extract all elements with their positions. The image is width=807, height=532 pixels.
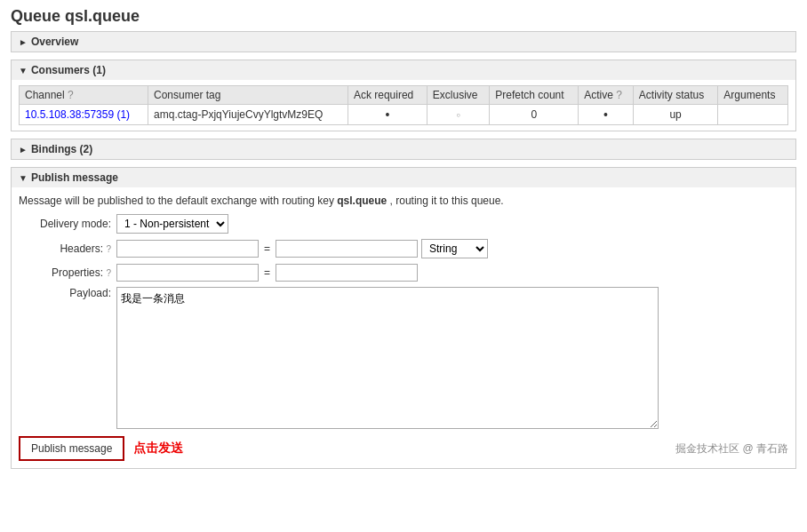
- headers-inputs: = String Number Boolean: [116, 239, 488, 258]
- bindings-header[interactable]: ► Bindings (2): [12, 139, 795, 159]
- headers-label-text: Headers:: [60, 242, 103, 255]
- col-arguments: Arguments: [718, 86, 788, 105]
- properties-label-text: Properties:: [52, 266, 103, 279]
- cell-channel: 10.5.108.38:57359 (1): [20, 105, 148, 125]
- active-dot: •: [603, 107, 608, 122]
- publish-body: Message will be published to the default…: [12, 187, 795, 468]
- publish-info: Message will be published to the default…: [19, 195, 788, 207]
- delivery-mode-label: Delivery mode:: [19, 218, 116, 230]
- channel-link[interactable]: 10.5.108.38:57359 (1): [25, 108, 130, 121]
- cell-activity-status: up: [633, 105, 718, 125]
- col-consumer-tag: Consumer tag: [148, 86, 348, 105]
- properties-help-icon[interactable]: ?: [106, 268, 111, 278]
- ack-required-dot: •: [385, 107, 389, 122]
- title-prefix: Queue: [11, 7, 60, 25]
- page-container: Queue qsl.queue ► Overview ▼ Consumers (…: [0, 0, 807, 483]
- headers-help-icon[interactable]: ?: [106, 244, 111, 254]
- payload-row: Payload: 我是一条消息: [19, 287, 788, 429]
- properties-inputs: =: [116, 264, 418, 282]
- bindings-label: Bindings (2): [31, 143, 92, 155]
- col-activity-status: Activity status: [633, 86, 718, 105]
- headers-label: Headers: ?: [19, 242, 116, 255]
- headers-type-select[interactable]: String Number Boolean: [421, 239, 488, 258]
- headers-row: Headers: ? = String Number Boolean: [19, 239, 788, 258]
- cell-active: •: [579, 105, 634, 125]
- publish-info-suffix: , routing it to this queue.: [390, 195, 504, 207]
- properties-key-input[interactable]: [116, 264, 259, 282]
- bindings-section: ► Bindings (2): [11, 139, 796, 160]
- cell-arguments: [718, 105, 788, 125]
- publish-header[interactable]: ▼ Publish message: [12, 168, 795, 187]
- properties-label: Properties: ?: [19, 266, 116, 279]
- overview-label: Overview: [31, 36, 78, 48]
- publish-arrow-icon: ▼: [19, 173, 28, 183]
- col-ack-required: Ack required: [348, 86, 427, 105]
- overview-header[interactable]: ► Overview: [12, 32, 795, 52]
- bindings-arrow-icon: ►: [19, 145, 28, 155]
- cell-prefetch-count: 0: [490, 105, 579, 125]
- consumers-section: ▼ Consumers (1) Channel ? Consumer tag A…: [11, 60, 796, 131]
- delivery-mode-select[interactable]: 1 - Non-persistent 2 - Persistent: [116, 214, 228, 234]
- cell-exclusive: ◦: [427, 105, 489, 125]
- page-title: Queue qsl.queue: [11, 7, 796, 26]
- payload-textarea[interactable]: 我是一条消息: [116, 287, 659, 429]
- properties-row: Properties: ? =: [19, 264, 788, 282]
- overview-section: ► Overview: [11, 31, 796, 52]
- headers-equals: =: [262, 242, 272, 255]
- properties-value-input[interactable]: [276, 264, 418, 282]
- watermark: 掘金技术社区 @ 青石路: [675, 441, 788, 457]
- consumers-label: Consumers (1): [31, 64, 106, 76]
- headers-value-input[interactable]: [276, 240, 418, 258]
- title-name: qsl.queue: [65, 7, 140, 25]
- col-channel: Channel ?: [20, 86, 148, 105]
- payload-label: Payload:: [19, 287, 116, 299]
- overview-arrow-icon: ►: [19, 37, 28, 47]
- headers-key-input[interactable]: [116, 240, 259, 258]
- col-exclusive: Exclusive: [427, 86, 489, 105]
- consumers-body: Channel ? Consumer tag Ack required Excl…: [12, 80, 795, 131]
- col-active: Active ?: [579, 86, 634, 105]
- channel-help-icon: ?: [68, 89, 74, 101]
- consumers-header[interactable]: ▼ Consumers (1): [12, 60, 795, 80]
- publish-info-prefix: Message will be published to the default…: [19, 195, 334, 207]
- publish-section: ▼ Publish message Message will be publis…: [11, 167, 796, 469]
- active-help-icon: ?: [616, 89, 622, 101]
- properties-equals: =: [262, 266, 272, 279]
- publish-routing-key: qsl.queue: [337, 195, 387, 207]
- exclusive-dot: ◦: [456, 107, 460, 122]
- consumers-table: Channel ? Consumer tag Ack required Excl…: [19, 85, 788, 125]
- publish-label: Publish message: [31, 171, 118, 184]
- delivery-mode-row: Delivery mode: 1 - Non-persistent 2 - Pe…: [19, 214, 788, 234]
- click-text: 点击发送: [133, 441, 183, 457]
- cell-consumer-tag: amq.ctag-PxjqYiujeCvyYlgtvMz9EQ: [148, 105, 348, 125]
- table-row: 10.5.108.38:57359 (1) amq.ctag-PxjqYiuje…: [20, 105, 788, 125]
- cell-ack-required: •: [348, 105, 427, 125]
- consumers-arrow-icon: ▼: [19, 66, 28, 75]
- publish-message-button[interactable]: Publish message: [19, 436, 124, 461]
- col-prefetch-count: Prefetch count: [490, 86, 579, 105]
- publish-btn-row: Publish message 点击发送 掘金技术社区 @ 青石路: [19, 436, 788, 461]
